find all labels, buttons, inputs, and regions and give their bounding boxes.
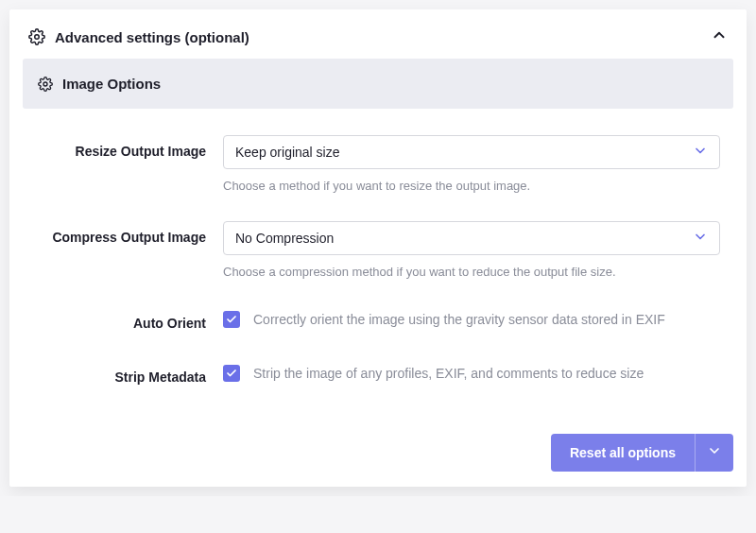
gear-icon	[28, 28, 45, 45]
chevron-up-icon[interactable]	[711, 26, 728, 47]
resize-select-value: Keep original size	[235, 145, 340, 160]
panel-header[interactable]: Advanced settings (optional)	[23, 23, 733, 59]
svg-point-0	[35, 35, 40, 40]
compress-select[interactable]: No Compression	[223, 221, 720, 255]
label-resize: Resize Output Image	[36, 135, 206, 161]
strip-metadata-description: Strip the image of any profiles, EXIF, a…	[253, 366, 644, 381]
chevron-down-icon	[693, 144, 708, 162]
auto-orient-description: Correctly orient the image using the gra…	[253, 312, 665, 327]
row-compress: Compress Output Image No Compression Cho…	[36, 221, 720, 279]
chevron-down-icon	[707, 443, 722, 461]
label-auto-orient: Auto Orient	[36, 307, 206, 333]
reset-all-button[interactable]: Reset all options	[551, 434, 695, 472]
strip-metadata-checkbox[interactable]	[223, 365, 240, 382]
advanced-settings-panel: Advanced settings (optional) Image Optio…	[9, 9, 747, 487]
resize-select[interactable]: Keep original size	[223, 135, 720, 169]
row-resize: Resize Output Image Keep original size C…	[36, 135, 720, 193]
panel-title: Advanced settings (optional)	[55, 29, 249, 45]
gear-icon	[38, 77, 53, 92]
label-compress: Compress Output Image	[36, 221, 206, 247]
reset-button-group: Reset all options	[551, 434, 733, 472]
svg-point-1	[43, 82, 47, 86]
form-body: Resize Output Image Keep original size C…	[23, 126, 733, 387]
section-header: Image Options	[23, 59, 733, 109]
reset-dropdown-button[interactable]	[695, 434, 733, 472]
compress-help: Choose a compression method if you want …	[223, 265, 720, 279]
section-title: Image Options	[62, 76, 161, 92]
header-left: Advanced settings (optional)	[28, 28, 249, 45]
panel-footer: Reset all options	[23, 434, 733, 472]
auto-orient-checkbox[interactable]	[223, 311, 240, 328]
row-strip-metadata: Strip Metadata Strip the image of any pr…	[36, 361, 720, 387]
resize-help: Choose a method if you want to resize th…	[223, 179, 720, 193]
chevron-down-icon	[693, 230, 708, 248]
label-strip-metadata: Strip Metadata	[36, 361, 206, 387]
row-auto-orient: Auto Orient Correctly orient the image u…	[36, 307, 720, 333]
compress-select-value: No Compression	[235, 231, 334, 246]
